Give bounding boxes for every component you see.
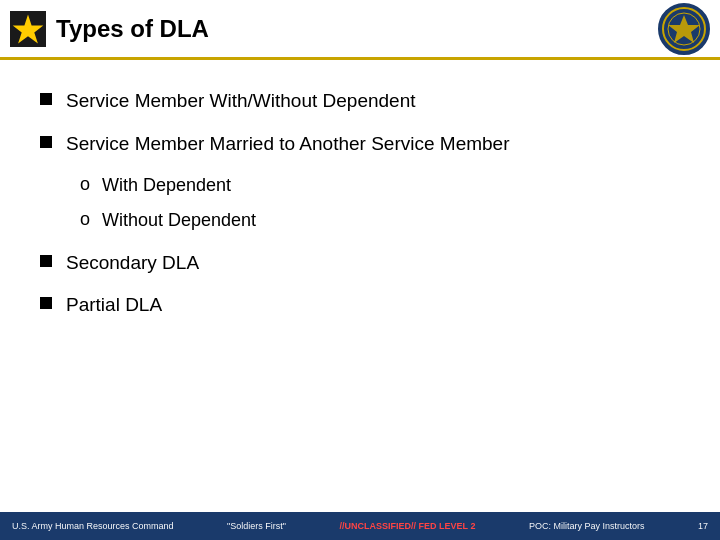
footer-poc: POC: Military Pay Instructors — [529, 521, 645, 531]
bullet-square-icon — [40, 136, 52, 148]
bullet-text-3: Secondary DLA — [66, 250, 199, 277]
list-item: o Without Dependent — [80, 208, 680, 233]
list-item: Secondary DLA — [40, 250, 680, 277]
sub-bullet-text-1: With Dependent — [102, 173, 231, 198]
bullet-text-1: Service Member With/Without Dependent — [66, 88, 416, 115]
sub-bullet-list: o With Dependent o Without Dependent — [80, 173, 680, 233]
army-logo-left — [10, 11, 46, 47]
page-title: Types of DLA — [56, 15, 658, 43]
bullet-text-4: Partial DLA — [66, 292, 162, 319]
list-item: Service Member Married to Another Servic… — [40, 131, 680, 158]
army-star-icon — [10, 11, 46, 47]
bullet-square-icon — [40, 297, 52, 309]
bullet-square-icon — [40, 93, 52, 105]
sub-bullet-circle-icon: o — [80, 174, 90, 195]
footer: U.S. Army Human Resources Command "Soldi… — [0, 512, 720, 540]
footer-classification: //UNCLASSIFIED// FED LEVEL 2 — [340, 521, 476, 531]
sub-bullet-circle-icon: o — [80, 209, 90, 230]
main-content: Service Member With/Without Dependent Se… — [0, 60, 720, 355]
dod-seal-icon — [658, 3, 710, 55]
header: Types of DLA — [0, 0, 720, 60]
list-item: Service Member With/Without Dependent — [40, 88, 680, 115]
sub-bullet-text-2: Without Dependent — [102, 208, 256, 233]
footer-page-number: 17 — [698, 521, 708, 531]
footer-quote: "Soldiers First" — [227, 521, 286, 531]
footer-organization: U.S. Army Human Resources Command — [12, 521, 174, 531]
list-item: Partial DLA — [40, 292, 680, 319]
bullet-square-icon — [40, 255, 52, 267]
list-item: o With Dependent — [80, 173, 680, 198]
bullet-text-2: Service Member Married to Another Servic… — [66, 131, 510, 158]
